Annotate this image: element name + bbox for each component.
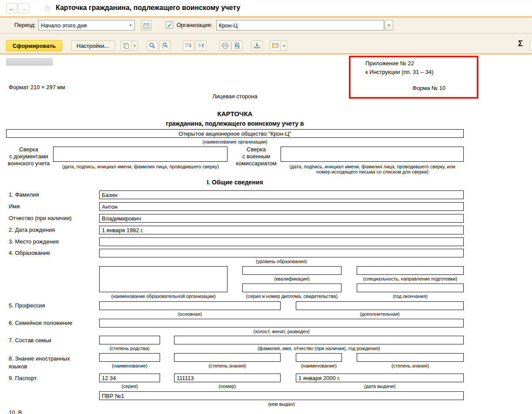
chevron-down-icon: ▾ <box>134 44 135 48</box>
cutoff-button[interactable] <box>529 40 532 51</box>
expand-groups-button[interactable] <box>195 40 207 51</box>
firstname-label: Имя <box>9 203 20 210</box>
back-button[interactable]: ← <box>6 3 17 13</box>
annex-line1: Приложение № 22 <box>365 60 414 67</box>
education-label: 4. Образование <box>9 250 50 256</box>
diploma-caption: (серия и номер диплома, свидетельства) <box>242 294 341 299</box>
sverka-right-caption: (дата, подпись, инициал имени, фамилия л… <box>282 164 462 174</box>
find-button[interactable] <box>147 40 158 51</box>
family-fio-caption: (фамилия, имя, отчество (при наличии), г… <box>174 346 464 351</box>
search-icon <box>149 42 156 49</box>
report-document: Приложение № 22 к Инструкции (пп. 31 – 3… <box>0 54 532 414</box>
passport-issue-date-box: 1 января 2000 г. <box>296 374 464 382</box>
languages-label-line1: 8. Знание иностранных <box>9 355 70 362</box>
family-relation-box <box>99 336 160 344</box>
autosum-button[interactable]: Σ <box>518 39 523 48</box>
annotation-red-box: Приложение № 22 к Инструкции (пп. 31 – 3… <box>349 56 478 99</box>
patronymic-label: Отчество (при наличии) <box>9 215 71 221</box>
sverka-left-caption: (дата, подпись, инициал имени, фамилия л… <box>57 164 224 169</box>
back-icon: ← <box>9 5 15 12</box>
birthdate-box: 1 января 1982 г. <box>99 226 464 234</box>
organization-name-box: Открытое акционерное общество "Крон-Ц" <box>6 129 464 138</box>
sverka-left-label: Сверкас документамивоинского учета <box>6 146 51 167</box>
forward-button[interactable]: → <box>18 3 29 13</box>
copy-button[interactable] <box>120 40 132 51</box>
card-subtitle: гражданина, подлежащего воинскому учету … <box>6 120 464 127</box>
section-heading: I. Общие сведения <box>6 179 464 186</box>
family-fio-box <box>174 336 464 344</box>
surname-label: 1. Фамилия <box>9 191 39 198</box>
specialty-caption: (специальность, направление подготовки) <box>357 276 464 281</box>
print-button[interactable] <box>220 40 231 51</box>
language2-level-box <box>357 353 464 362</box>
period-label: Период: <box>14 22 36 28</box>
collapse-groups-button[interactable] <box>183 40 194 51</box>
birthplace-label: 3. Место рождения <box>9 238 59 245</box>
marital-box <box>99 319 464 327</box>
filter-panel: Период: ▾ ✓ Организация: ▾ <box>0 17 532 33</box>
settings-button[interactable]: Настройки... <box>71 40 115 51</box>
passport-issuer-box: ПВР №1 <box>99 391 464 400</box>
sverka-left-box <box>53 147 228 162</box>
marital-caption: (холост, женат, разведен) <box>99 329 464 334</box>
firstname-box: Антон <box>99 202 464 211</box>
forward-icon: → <box>20 5 27 12</box>
period-input[interactable] <box>39 20 127 30</box>
organization-dropdown-button[interactable]: ▾ <box>385 20 393 30</box>
organization-input[interactable] <box>217 20 384 30</box>
mail-button[interactable] <box>270 40 281 51</box>
profession-label: 5. Профессия <box>9 302 45 309</box>
language2-level-caption: (степень знания) <box>357 363 464 368</box>
qualification-box <box>242 266 341 275</box>
print-header-strip <box>6 58 53 66</box>
passport-issuer-caption: (кем выдан) <box>99 401 464 407</box>
grad-year-caption: (год окончания) <box>357 294 464 299</box>
organization-input-wrap <box>216 20 384 30</box>
education-org-box <box>99 266 228 292</box>
patronymic-box: Владимирович <box>99 214 464 223</box>
passport-label: 9. Паспорт <box>9 375 37 381</box>
copy-icon <box>123 42 130 49</box>
front-side-label: Лицевая сторона <box>6 93 464 100</box>
organization-checkbox[interactable]: ✓ <box>166 21 173 29</box>
page-title: Карточка гражданина, подлежащего воинско… <box>56 4 240 12</box>
toolbar: Сформировать Настройки... ▾ <box>0 33 532 53</box>
annex-line2: к Инструкции (пп. 31 – 34) <box>365 69 433 75</box>
education-org-caption: (наименование образовательной организаци… <box>99 294 228 299</box>
copy-dropdown-button[interactable]: ▾ <box>131 40 138 51</box>
passport-series-caption: (серия) <box>99 384 160 389</box>
passport-series-box: 12 34 <box>99 374 160 382</box>
grad-year-box <box>357 284 464 292</box>
calendar-button[interactable] <box>141 20 151 30</box>
header-bar: ← → ☆ Карточка гражданина, подлежащего в… <box>0 0 532 17</box>
mail-dropdown-button[interactable]: ▾ <box>281 40 287 51</box>
calendar-icon <box>143 22 150 29</box>
expand-groups-icon <box>197 42 204 49</box>
sverka-right-box <box>281 147 464 162</box>
save-button[interactable] <box>251 40 263 51</box>
sigma-icon: Σ <box>518 39 523 48</box>
download-icon <box>254 42 261 49</box>
profession-main-caption: (основная) <box>99 311 281 317</box>
collapse-groups-icon <box>185 42 192 49</box>
family-relation-caption: (степень родства) <box>99 346 160 351</box>
language1-name-box <box>99 353 160 362</box>
language2-name-caption: (наименование) <box>296 363 342 368</box>
format-note: Формат 210 × 297 мм <box>9 84 65 90</box>
favorite-star-icon[interactable]: ☆ <box>44 3 51 13</box>
passport-number-box: 111113 <box>174 374 281 382</box>
profession-main-box <box>99 301 281 310</box>
passport-number-caption: (номер) <box>174 384 281 389</box>
next-item-label: 10. В <box>9 409 22 414</box>
generate-button[interactable]: Сформировать <box>6 40 62 51</box>
profession-add-caption: (дополнительная) <box>296 311 464 317</box>
print-preview-icon <box>234 42 241 49</box>
print-preview-button[interactable] <box>231 40 243 51</box>
specialty-box <box>357 266 464 275</box>
chevron-down-icon: ▾ <box>388 23 390 27</box>
language1-level-caption: (степень знания) <box>174 363 281 368</box>
period-dropdown-icon[interactable]: ▾ <box>127 20 134 30</box>
chevron-down-icon: ▾ <box>283 44 284 48</box>
find-next-button[interactable] <box>159 40 171 51</box>
search-next-icon <box>161 42 168 49</box>
